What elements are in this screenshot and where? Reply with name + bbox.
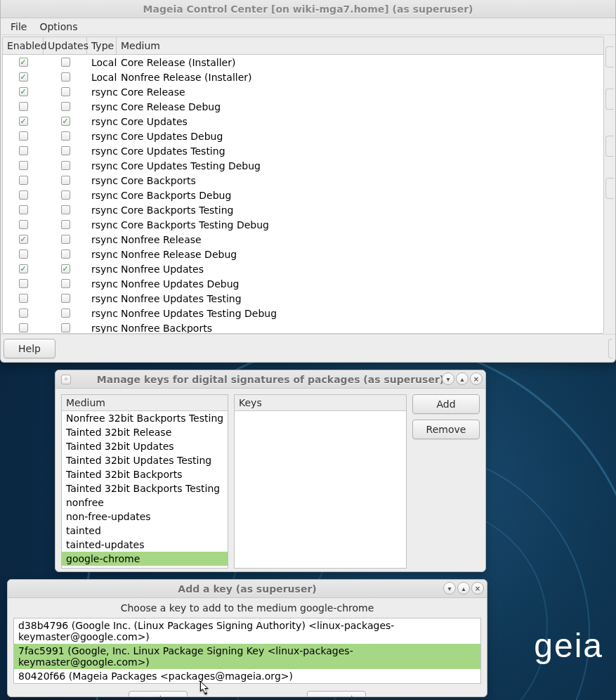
updates-checkbox[interactable] (61, 58, 70, 67)
enabled-checkbox[interactable] (19, 146, 28, 155)
updates-checkbox[interactable] (61, 102, 70, 111)
table-row[interactable]: rsyncNonfree Updates (3, 261, 603, 276)
ok-button[interactable]: Ok (129, 691, 188, 697)
enabled-checkbox[interactable] (19, 117, 28, 126)
enabled-checkbox[interactable] (19, 205, 28, 214)
col-medium[interactable]: Medium (117, 37, 603, 54)
table-row[interactable]: rsyncNonfree Release Debug (3, 247, 603, 261)
table-row[interactable]: LocalCore Release (Installer) (3, 55, 603, 70)
list-item[interactable]: Tainted 32bit Updates (62, 439, 228, 453)
enabled-checkbox[interactable] (19, 235, 28, 244)
table-row[interactable]: LocalNonfree Release (Installer) (3, 70, 603, 84)
help-button[interactable]: Help (4, 339, 55, 358)
updates-checkbox[interactable] (61, 220, 70, 229)
window-titlebar[interactable]: ◦ Manage keys for digital signatures of … (55, 370, 485, 389)
enabled-checkbox[interactable] (19, 264, 28, 273)
updates-checkbox[interactable] (61, 161, 70, 170)
col-enabled[interactable]: Enabled (3, 37, 44, 54)
keys-listbox[interactable]: Keys (234, 394, 407, 569)
add-button[interactable]: Add (412, 394, 480, 414)
table-row[interactable]: rsyncCore Updates Debug (3, 129, 603, 143)
table-row[interactable]: rsyncCore Release (3, 84, 603, 99)
list-item[interactable]: d38b4796 (Google Inc. (Linux Packages Si… (14, 618, 480, 644)
table-row[interactable]: rsyncNonfree Backports (3, 320, 603, 333)
updates-checkbox[interactable] (61, 87, 70, 96)
updates-checkbox[interactable] (61, 72, 70, 82)
list-item[interactable]: 7fac5991 (Google, Inc. Linux Package Sig… (14, 644, 480, 669)
cancel-button[interactable]: Cancel (307, 691, 366, 697)
enabled-checkbox[interactable] (19, 87, 28, 96)
enabled-checkbox[interactable] (19, 72, 28, 82)
updates-checkbox[interactable] (61, 205, 70, 214)
minimize-icon[interactable]: ▾ (443, 582, 456, 595)
menu-options[interactable]: Options (34, 20, 83, 34)
table-row[interactable]: rsyncCore Backports Testing Debug (3, 217, 603, 232)
side-button-stub[interactable] (605, 178, 614, 199)
enabled-checkbox[interactable] (19, 161, 28, 170)
enabled-checkbox[interactable] (19, 294, 28, 303)
updates-checkbox[interactable] (61, 249, 70, 259)
updates-checkbox[interactable] (61, 176, 70, 185)
table-row[interactable]: rsyncNonfree Updates Debug (3, 276, 603, 291)
close-icon[interactable]: × (470, 372, 483, 385)
enabled-checkbox[interactable] (19, 176, 28, 185)
list-item[interactable]: Tainted 32bit Updates Testing (62, 453, 228, 467)
updates-checkbox[interactable] (61, 264, 70, 273)
updates-checkbox[interactable] (61, 146, 70, 155)
table-row[interactable]: rsyncNonfree Updates Testing Debug (3, 306, 603, 320)
enabled-checkbox[interactable] (19, 249, 28, 259)
list-item[interactable]: Nonfree 32bit Backports Testing (62, 411, 228, 425)
list-item[interactable]: tainted-updates (62, 538, 228, 552)
window-titlebar[interactable]: Add a key (as superuser) ▾ ▴ × (8, 580, 487, 598)
list-item[interactable]: 80420f66 (Mageia Packages <packages@mage… (14, 669, 480, 683)
remove-button[interactable]: Remove (412, 420, 480, 439)
table-row[interactable]: rsyncCore Updates (3, 114, 603, 129)
updates-checkbox[interactable] (61, 131, 70, 141)
window-titlebar[interactable]: Mageia Control Center [on wiki-mga7.home… (1, 0, 615, 18)
enabled-checkbox[interactable] (19, 102, 28, 111)
menu-file[interactable]: File (5, 20, 32, 34)
enabled-checkbox[interactable] (19, 58, 28, 67)
enabled-checkbox[interactable] (19, 309, 28, 318)
list-item[interactable]: nonfree (62, 495, 228, 510)
col-updates[interactable]: Updates (44, 37, 87, 54)
list-item[interactable]: Tainted 32bit Backports (62, 467, 228, 481)
side-button-stub[interactable] (605, 46, 614, 67)
list-item[interactable]: tainted (62, 524, 228, 538)
enabled-checkbox[interactable] (19, 323, 28, 332)
enabled-checkbox[interactable] (19, 190, 28, 200)
maximize-icon[interactable]: ▴ (456, 372, 468, 385)
updates-checkbox[interactable] (61, 190, 70, 200)
side-button-stub[interactable] (605, 89, 614, 110)
table-row[interactable]: rsyncCore Updates Testing Debug (3, 158, 603, 173)
updates-checkbox[interactable] (61, 235, 70, 244)
maximize-icon[interactable]: ▴ (457, 582, 470, 595)
window-menu-icon[interactable]: ◦ (61, 375, 71, 384)
key-choice-list[interactable]: d38b4796 (Google Inc. (Linux Packages Si… (13, 618, 481, 684)
table-row[interactable]: rsyncCore Backports Debug (3, 188, 603, 202)
close-icon[interactable]: × (471, 582, 484, 595)
side-button-stub[interactable] (605, 136, 614, 157)
updates-checkbox[interactable] (61, 294, 70, 303)
table-row[interactable]: rsyncCore Backports Testing (3, 202, 603, 217)
ok-button-stub[interactable] (608, 339, 612, 358)
updates-checkbox[interactable] (61, 309, 70, 318)
updates-checkbox[interactable] (61, 117, 70, 126)
table-row[interactable]: rsyncNonfree Release (3, 232, 603, 247)
table-row[interactable]: rsyncCore Updates Testing (3, 143, 603, 158)
list-item[interactable]: Tainted 32bit Release (62, 425, 228, 439)
table-row[interactable]: rsyncNonfree Updates Testing (3, 291, 603, 306)
list-item[interactable]: google-chrome (62, 552, 228, 566)
table-row[interactable]: rsyncCore Release Debug (3, 99, 603, 114)
updates-checkbox[interactable] (61, 323, 70, 332)
table-row[interactable]: rsyncCore Backports (3, 173, 603, 188)
enabled-checkbox[interactable] (19, 279, 28, 288)
list-item[interactable]: non-free-updates (62, 510, 228, 524)
updates-checkbox[interactable] (61, 279, 70, 288)
medium-listbox[interactable]: Medium Nonfree 32bit Backports TestingTa… (61, 394, 228, 569)
minimize-icon[interactable]: ▾ (442, 372, 454, 385)
col-type[interactable]: Type (87, 37, 117, 54)
enabled-checkbox[interactable] (19, 220, 28, 229)
enabled-checkbox[interactable] (19, 131, 28, 141)
list-item[interactable]: Tainted 32bit Backports Testing (62, 481, 228, 495)
